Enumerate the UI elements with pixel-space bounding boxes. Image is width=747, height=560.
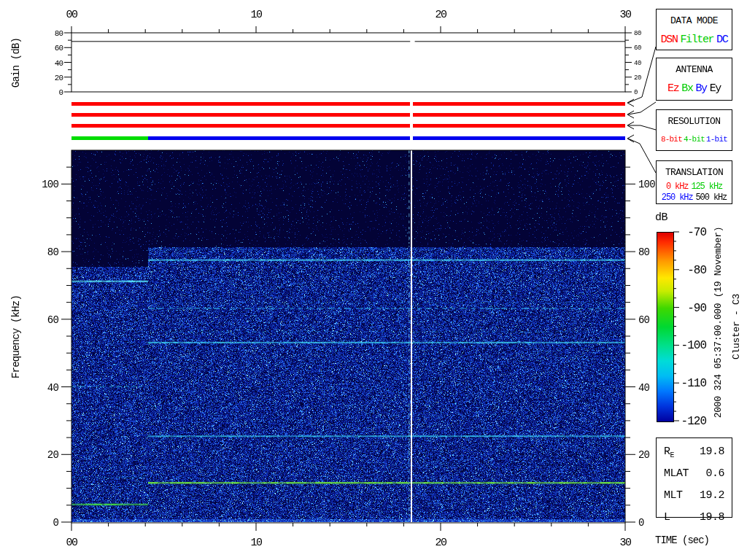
- gain-right-label: 60: [634, 44, 641, 52]
- gain-axis-title: Gain (dB): [10, 38, 22, 88]
- freq-left-label: 0: [53, 517, 58, 529]
- resolution-value: 4-bit: [684, 135, 705, 144]
- translation-value: 500 kHz: [696, 192, 727, 203]
- frequency-axis-title: Frequency (kHz): [10, 295, 22, 378]
- gain-panel-frame: [71, 33, 625, 92]
- callout-line: [628, 102, 656, 114]
- ephemeris-value: 0.6: [705, 464, 724, 486]
- spectrogram-canvas: [71, 150, 625, 522]
- callout-arrowhead: [627, 135, 634, 142]
- data-mode-title: DATA MODE: [657, 15, 732, 26]
- ephemeris-label: MLT: [664, 486, 683, 508]
- translation-row: 250 kHz500 kHz: [657, 192, 732, 203]
- freq-left-label: 60: [47, 314, 59, 326]
- callout-line: [628, 47, 656, 103]
- freq-right-label: 80: [638, 246, 650, 258]
- colorbar-label: -100: [681, 339, 707, 352]
- colorbar-label: -80: [687, 264, 706, 277]
- ephemeris-label: L: [664, 508, 670, 530]
- ephemeris-row: L 19.8: [657, 508, 732, 530]
- ephemeris-row: MLT 19.2: [657, 486, 732, 508]
- wbd-spectrogram-figure: 0000101020203030002020404060608080002020…: [0, 0, 747, 560]
- freq-right-label: 100: [638, 179, 655, 190]
- freq-right-label: 60: [638, 314, 650, 326]
- gain-right-label: 0: [634, 89, 638, 96]
- antenna-value: Ey: [710, 82, 721, 95]
- translation-box: TRANSLATION 0 kHz125 kHz 250 kHz500 kHz: [656, 160, 732, 204]
- antenna-value: Bx: [681, 82, 692, 95]
- callout-line: [628, 125, 656, 130]
- freq-right-label: 0: [638, 517, 644, 529]
- top-time-label: 00: [66, 9, 78, 21]
- resolution-box: RESOLUTION 8-bit4-bit1-bit: [656, 109, 732, 151]
- ephemeris-label: RE: [664, 443, 674, 464]
- gain-right-label: 20: [634, 74, 641, 82]
- colorbar-unit-label: dB: [655, 211, 667, 224]
- top-time-label: 10: [250, 9, 263, 21]
- resolution-value: 8-bit: [661, 135, 682, 144]
- callout-line: [628, 139, 656, 173]
- gain-left-label: 40: [55, 59, 63, 68]
- gain-left-label: 80: [55, 29, 63, 38]
- gain-right-label: 80: [634, 30, 641, 37]
- ephemeris-value: 19.2: [700, 486, 724, 508]
- freq-left-label: 20: [47, 449, 59, 461]
- freq-left-label: 40: [47, 382, 59, 394]
- colorbar-label: -110: [681, 377, 707, 390]
- freq-left-label: 80: [47, 246, 59, 258]
- freq-right-label: 20: [638, 449, 650, 461]
- translation-title: TRANSLATION: [657, 167, 732, 178]
- antenna-box: ANTENNA EzBxByEy: [656, 58, 732, 101]
- status-bar-translation: [148, 136, 625, 140]
- colorbar-gradient: [657, 232, 674, 422]
- ephemeris-rows: RE 19.8 MLAT 0.6 MLT 19.2 L 19.8: [657, 443, 732, 530]
- ephemeris-value: 19.8: [700, 508, 724, 530]
- callout-arrowhead: [627, 111, 634, 118]
- freq-right-label: 40: [638, 382, 650, 394]
- status-bar-antenna: [71, 113, 625, 117]
- status-bar-resolution: [71, 124, 625, 128]
- status-bar-marker-gap: [410, 100, 413, 142]
- resolution-value: 1-bit: [706, 135, 727, 144]
- data-mode-value: Filter: [681, 34, 714, 46]
- status-bar-data_mode: [71, 102, 625, 106]
- antenna-value: Ez: [667, 82, 678, 95]
- datetime-label: 2000 324 05:37:00.000 (19 November): [713, 227, 724, 419]
- top-time-label: 20: [435, 9, 447, 21]
- callout-arrowhead: [627, 99, 634, 106]
- ephemeris-row: MLAT 0.6: [657, 464, 732, 486]
- antenna-title: ANTENNA: [657, 64, 732, 75]
- colorbar-label: -70: [687, 226, 706, 239]
- translation-value: 250 kHz: [662, 192, 693, 203]
- gain-right-label: 40: [634, 60, 641, 67]
- translation-value: 125 kHz: [691, 182, 722, 192]
- freq-left-label: 100: [42, 179, 58, 190]
- status-bar-translation: [71, 136, 148, 140]
- ephemeris-box: RE 19.8 MLAT 0.6 MLT 19.2 L 19.8: [656, 438, 732, 518]
- ephemeris-row: RE 19.8: [657, 443, 732, 464]
- data-mode-values: DSNFilterDC: [657, 34, 732, 46]
- callout-arrowhead: [627, 122, 634, 129]
- colorbar-label: -120: [681, 415, 707, 428]
- antenna-values: EzBxByEy: [657, 82, 732, 95]
- time-axis-title: TIME (sec): [655, 534, 709, 546]
- translation-row: 0 kHz125 kHz: [657, 182, 732, 192]
- gain-left-label: 60: [55, 44, 63, 52]
- translation-value: 0 kHz: [666, 182, 689, 192]
- gain-left-label: 0: [58, 88, 63, 97]
- colorbar-label: -90: [687, 302, 706, 315]
- data-mode-value: DC: [716, 34, 727, 46]
- data-mode-value: DSN: [661, 34, 678, 46]
- ephemeris-value: 19.8: [700, 443, 724, 464]
- top-time-label: 30: [619, 9, 632, 21]
- gain-left-label: 20: [55, 74, 63, 82]
- data-mode-box: DATA MODE DSNFilterDC: [656, 9, 732, 50]
- bottom-time-label: 20: [435, 537, 447, 549]
- spacecraft-label: Cluster - C3: [731, 294, 742, 359]
- ephemeris-label: MLAT: [664, 464, 689, 486]
- bottom-time-label: 30: [619, 537, 632, 549]
- bottom-time-label: 00: [66, 537, 78, 549]
- resolution-values: 8-bit4-bit1-bit: [657, 135, 732, 144]
- resolution-title: RESOLUTION: [657, 116, 732, 127]
- antenna-value: By: [696, 82, 707, 95]
